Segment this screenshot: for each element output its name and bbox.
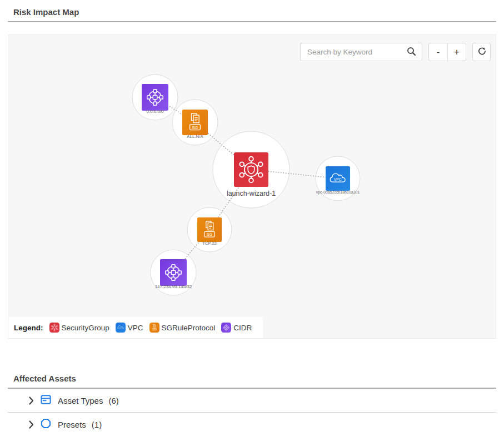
node-label: TCP.22 [202, 241, 217, 246]
legend-item-securitygroup: SecurityGroup [49, 323, 109, 333]
asset-row-presets[interactable]: Presets (1) [8, 413, 496, 436]
chevron-right-icon[interactable] [29, 397, 34, 405]
asset-row-count: (1) [92, 420, 102, 429]
map-legend: Legend: SecurityGroupVPCSGRuleProtocolCI… [8, 317, 263, 338]
legend-item-label: SecurityGroup [62, 324, 109, 332]
asset-row-count: (6) [108, 396, 118, 405]
legend-item-vpc: VPC [116, 323, 143, 333]
title-divider [8, 21, 496, 22]
search-input[interactable] [301, 48, 405, 56]
page-title: Risk Impact Map [0, 0, 504, 21]
asset-row-label: Asset Types [58, 396, 103, 405]
affected-assets-title: Affected Assets [0, 366, 504, 388]
affected-assets-section: Affected Assets Asset Types (6) [0, 366, 504, 436]
vpc-legend-icon [116, 323, 126, 333]
asset-row-asset-types[interactable]: Asset Types (6) [8, 389, 496, 413]
securitygroup-legend-icon [49, 323, 59, 333]
chevron-right-icon[interactable] [29, 420, 34, 429]
node-cidr-147-234-95-145-32[interactable]: 147.234.95.145/32 [155, 259, 192, 289]
zoom-controls: - + [428, 43, 466, 61]
node-rule-all-na[interactable]: ALL.N/A [182, 110, 208, 139]
node-label: ALL.N/A [187, 134, 203, 139]
search-button[interactable] [405, 47, 422, 58]
asset-types-icon [41, 394, 51, 407]
node-label: 0.0.0.0/0 [146, 109, 164, 114]
node-sg-launch-wizard-1[interactable]: launch-wizard-1 [227, 152, 276, 197]
search-icon [407, 47, 416, 58]
asset-row-label: Presets [58, 420, 86, 429]
refresh-button[interactable] [472, 43, 491, 61]
presets-icon [41, 418, 51, 431]
map-toolbar: - + [300, 43, 491, 61]
cidr-legend-icon [221, 323, 231, 333]
node-label: launch-wizard-1 [227, 190, 276, 197]
node-rule-tcp-22[interactable]: TCP.22 [197, 217, 222, 246]
sgruleprotocol-legend-icon [149, 323, 159, 333]
legend-item-label: VPC [128, 324, 143, 332]
legend-item-label: CIDR [233, 324, 252, 332]
legend-item-label: SGRuleProtocol [162, 324, 216, 332]
refresh-icon [477, 46, 487, 58]
zoom-in-button[interactable]: + [447, 43, 466, 61]
node-label: vpc-0da52ccb18b10a301 [316, 190, 360, 195]
risk-map-graph: 0.0.0.0/0ALL.N/Alaunch-wizard-1vpc-0da52… [8, 35, 496, 338]
legend-title: Legend: [14, 324, 43, 332]
search-box [300, 43, 422, 61]
legend-item-sgruleprotocol: SGRuleProtocol [149, 323, 216, 333]
node-cidr-0-0-0-0[interactable]: 0.0.0.0/0 [142, 84, 168, 114]
zoom-out-button[interactable]: - [429, 43, 447, 61]
legend-item-cidr: CIDR [221, 323, 252, 333]
node-label: 147.234.95.145/32 [155, 284, 192, 289]
risk-impact-map-panel: 0.0.0.0/0ALL.N/Alaunch-wizard-1vpc-0da52… [8, 34, 496, 339]
